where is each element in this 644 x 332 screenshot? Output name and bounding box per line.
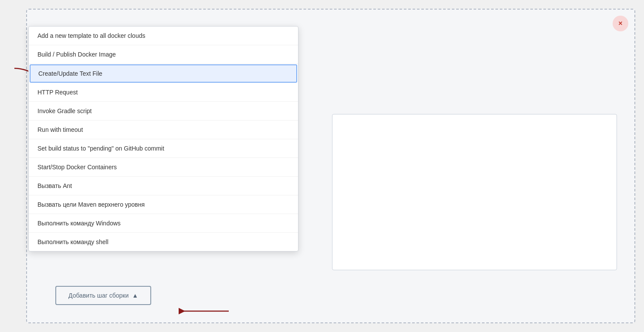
content-area [332, 114, 617, 270]
dropdown-item-start-stop-docker[interactable]: Start/Stop Docker Containers [29, 158, 298, 177]
dropdown-item-http-request[interactable]: HTTP Request [29, 83, 298, 102]
dropdown-item-set-build-status[interactable]: Set build status to "pending" on GitHub … [29, 139, 298, 158]
close-button[interactable]: × [613, 16, 628, 31]
dropdown-item-run-timeout[interactable]: Run with timeout [29, 121, 298, 139]
content-textarea[interactable] [332, 114, 617, 270]
add-step-arrow-icon: ▲ [132, 292, 138, 299]
add-step-label: Добавить шаг сборки [68, 292, 129, 299]
dropdown-item-exec-windows[interactable]: Выполнить команду Windows [29, 214, 298, 233]
dropdown-item-exec-shell[interactable]: Выполнить команду shell [29, 233, 298, 251]
dropdown-menu: Add a new template to all docker cloudsB… [28, 26, 298, 252]
dropdown-item-call-maven[interactable]: Вызвать цели Maven верхнего уровня [29, 195, 298, 214]
close-icon: × [618, 20, 622, 27]
dropdown-item-invoke-gradle[interactable]: Invoke Gradle script [29, 102, 298, 121]
add-step-button[interactable]: Добавить шаг сборки ▲ [55, 286, 151, 305]
dropdown-item-build-publish[interactable]: Build / Publish Docker Image [29, 45, 298, 64]
dropdown-item-create-update[interactable]: Create/Update Text File [30, 64, 297, 83]
dropdown-item-call-ant[interactable]: Вызвать Ant [29, 177, 298, 195]
bottom-arrow-annotation [179, 302, 231, 320]
dropdown-item-add-template[interactable]: Add a new template to all docker clouds [29, 27, 298, 45]
